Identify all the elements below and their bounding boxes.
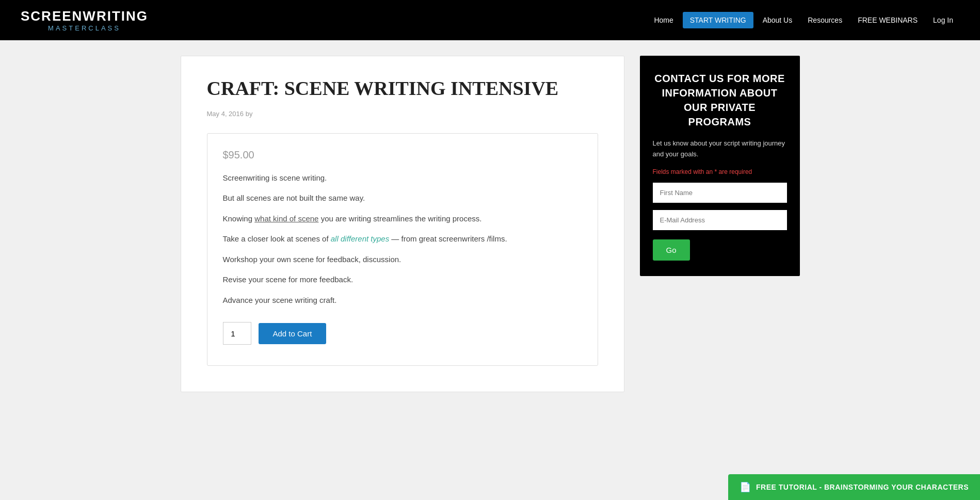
quantity-stepper[interactable] (223, 322, 251, 345)
product-desc-1: Screenwriting is scene writing. (223, 171, 582, 185)
product-desc-3-before: Knowing (223, 214, 255, 223)
doc-icon: 📄 (740, 481, 751, 493)
article-meta: May 4, 2016 by (207, 110, 598, 118)
nav-free-webinars[interactable]: FREE WEBINARS (852, 13, 924, 27)
product-desc-7: Advance your scene writing craft. (223, 294, 582, 307)
contact-widget-desc: Let us know about your script writing jo… (653, 138, 787, 160)
product-price: $95.00 (223, 149, 582, 161)
product-desc-2: But all scenes are not built the same wa… (223, 191, 582, 205)
main-nav: Home START WRITING About Us Resources FR… (648, 12, 959, 28)
product-desc-4-after: — from great screenwriters /films. (389, 234, 507, 243)
contact-widget-title: CONTACT US FOR MORE INFORMATION ABOUT OU… (653, 71, 787, 129)
add-to-cart-row: Add to Cart (223, 322, 582, 345)
product-desc-4: Take a closer look at scenes of all diff… (223, 232, 582, 246)
add-to-cart-button[interactable]: Add to Cart (259, 323, 327, 344)
logo-main-text: SCREENWRITING (21, 8, 148, 24)
free-tutorial-bar[interactable]: 📄 FREE TUTORIAL - BRAINSTORMING YOUR CHA… (728, 474, 980, 500)
email-field[interactable] (653, 210, 787, 230)
nav-about-us[interactable]: About Us (757, 13, 799, 27)
article-card: CRAFT: SCENE WRITING INTENSIVE May 4, 20… (181, 56, 624, 392)
product-desc-4-before: Take a closer look at scenes of (223, 234, 331, 243)
product-desc-3: Knowing what kind of scene you are writi… (223, 212, 582, 225)
product-box: $95.00 Screenwriting is scene writing. B… (207, 133, 598, 366)
nav-start-writing[interactable]: START WRITING (683, 12, 753, 28)
nav-home[interactable]: Home (648, 13, 679, 27)
page-title: CRAFT: SCENE WRITING INTENSIVE (207, 77, 598, 101)
required-suffix: are required (717, 168, 752, 175)
logo-sub-text: MASTERCLASS (48, 24, 121, 32)
product-desc-4-highlight: all different types (331, 234, 389, 243)
go-button[interactable]: Go (653, 239, 690, 261)
nav-resources[interactable]: Resources (801, 13, 848, 27)
product-desc-5: Workshop your own scene for feedback, di… (223, 253, 582, 266)
product-desc-3-after: you are writing streamlines the writing … (318, 214, 481, 223)
main-content: CRAFT: SCENE WRITING INTENSIVE May 4, 20… (170, 40, 810, 408)
product-desc-6: Revise your scene for more feedback. (223, 273, 582, 286)
product-desc-3-link[interactable]: what kind of scene (254, 214, 318, 223)
first-name-field[interactable] (653, 183, 787, 203)
nav-login[interactable]: Log In (927, 13, 959, 27)
contact-widget-required: Fields marked with an * are required (653, 168, 787, 175)
free-tutorial-label: FREE TUTORIAL - BRAINSTORMING YOUR CHARA… (756, 483, 969, 491)
logo[interactable]: SCREENWRITING MASTERCLASS (21, 8, 148, 32)
contact-widget: CONTACT US FOR MORE INFORMATION ABOUT OU… (640, 56, 800, 276)
site-header: SCREENWRITING MASTERCLASS Home START WRI… (0, 0, 980, 40)
required-prefix: Fields marked with an (653, 168, 715, 175)
sidebar: CONTACT US FOR MORE INFORMATION ABOUT OU… (640, 56, 800, 392)
